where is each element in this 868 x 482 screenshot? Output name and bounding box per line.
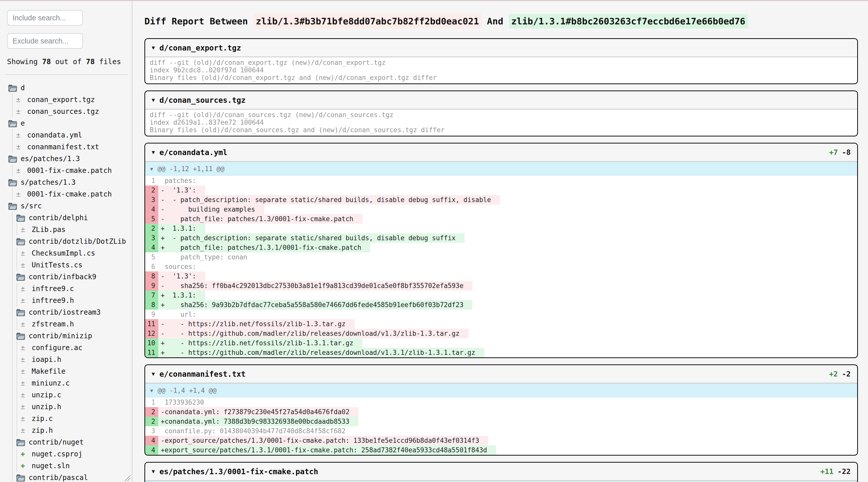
modified-sign-icon: ±: [17, 427, 29, 434]
tree-folder-row[interactable]: contrib/pascal: [12, 472, 132, 482]
line-text: + - https://github.com/madler/zlib/relea…: [158, 348, 484, 357]
tree-file-row[interactable]: +nuget.csproj: [17, 448, 132, 460]
tree-file-row[interactable]: ±conanmanifest.txt: [12, 141, 132, 153]
diff-card-header[interactable]: ▼e/conanmanifest.txt+2-2: [145, 365, 857, 384]
tree-file-row[interactable]: ±zfstream.h: [17, 318, 132, 330]
diff-card-header[interactable]: ▼d/conan_export.tgz: [145, 39, 857, 57]
tree-folder-row[interactable]: s/patches/1.3: [8, 176, 132, 188]
line-text: -export_source/patches/1.3/0001-fix-cmak…: [158, 436, 488, 445]
diff-lines: 1 17339362302-conandata.yml: f273879c230…: [145, 397, 857, 455]
line-number: 4: [145, 436, 158, 445]
tree-folder-row[interactable]: contrib/iostream3: [12, 306, 132, 318]
tree-file-row[interactable]: ±inftree9.c: [17, 283, 132, 295]
line-number: 2: [145, 185, 158, 195]
line-text: - '1.3':: [158, 271, 205, 281]
tree-folder-row[interactable]: contrib/delphi: [12, 212, 132, 224]
tree-folder-row[interactable]: contrib/infback9: [12, 271, 132, 283]
tree-file-row[interactable]: ±unzip.c: [17, 389, 132, 401]
tree-file-row[interactable]: ±conandata.yml: [12, 129, 132, 141]
tree-folder-label: contrib/nuget: [29, 439, 84, 446]
diff-card-header[interactable]: ▼es/patches/1.3/0001-fix-cmake.patch+11-…: [145, 463, 857, 481]
diff-line-row: 2+ 1.3.1:: [145, 224, 857, 233]
modified-sign-icon: ±: [17, 250, 29, 257]
diff-line-row: 4+export_source/patches/1.3.1/0001-fix-c…: [145, 445, 857, 455]
folder-icon: [8, 84, 17, 92]
hunk-header[interactable]: ▼@@ -1,8 +1,8 @@: [145, 481, 857, 482]
tree-children: ±ChecksumImpl.cs±UnitTests.cs: [17, 247, 132, 271]
removed-count: -8: [842, 148, 851, 156]
tree-file-row[interactable]: ±miniunz.c: [17, 377, 132, 389]
collapse-triangle-icon: ▼: [152, 97, 155, 103]
tree-file-row[interactable]: ±inftree9.h: [17, 295, 132, 306]
diff-line-row: 2-conandata.yml: f273879c230e45f27a54d0a…: [145, 407, 857, 417]
tree-file-row[interactable]: ±zip.c: [17, 413, 132, 424]
hunk-header[interactable]: ▼@@ -1,4 +1,4 @@: [145, 384, 857, 397]
tree-file-label: conan_sources.tgz: [27, 108, 99, 115]
line-content: - - https://github.com/madler/zlib/relea…: [158, 329, 857, 338]
tree-file-row[interactable]: ±conan_sources.tgz: [12, 106, 132, 117]
tree-folder-row[interactable]: contrib/nuget: [12, 436, 132, 448]
tree-file-label: zip.c: [32, 415, 53, 422]
tree-children: ±conandata.yml±conanmanifest.txt: [12, 129, 132, 153]
diff-card-header[interactable]: ▼d/conan_sources.tgz: [145, 91, 857, 110]
tree-file-row[interactable]: ±UnitTests.cs: [17, 259, 132, 271]
sidebar-resize-handle[interactable]: [123, 474, 131, 482]
tree-folder-row[interactable]: contrib/dotzlib/DotZLib: [12, 236, 132, 247]
tree-folder-row[interactable]: es/patches/1.3: [8, 153, 132, 164]
tree-folder-row[interactable]: e: [8, 117, 132, 129]
line-number: 3: [145, 195, 158, 205]
include-search-input[interactable]: [7, 10, 83, 26]
tree-folder-row[interactable]: contrib/minizip: [12, 330, 132, 342]
tree-file-label: UnitTests.cs: [32, 262, 82, 269]
exclude-search-input[interactable]: [7, 33, 83, 49]
tree-file-row[interactable]: ±zip.h: [17, 424, 132, 436]
diff-line-row: 5- patch_file: patches/1.3/0001-fix-cmak…: [145, 214, 857, 224]
tree-file-row[interactable]: ±unzip.h: [17, 401, 132, 413]
tree-file-row[interactable]: ±ZLib.pas: [17, 224, 132, 236]
tree-folder-row[interactable]: s/src: [8, 200, 132, 212]
tree-file-row[interactable]: ±ChecksumImpl.cs: [17, 247, 132, 259]
tree-file-label: unzip.c: [32, 392, 61, 398]
line-number: 4: [145, 205, 158, 214]
tree-file-row[interactable]: +nuget.sln: [17, 460, 132, 472]
line-content: -export_source/patches/1.3/0001-fix-cmak…: [158, 436, 857, 445]
tree-file-row[interactable]: ±Makefile: [17, 365, 132, 377]
diff-card: ▼e/conanmanifest.txt+2-2▼@@ -1,4 +1,4 @@…: [145, 364, 858, 456]
line-content: patches:: [158, 176, 857, 185]
line-text: - '1.3':: [158, 185, 205, 195]
folder-icon: [16, 474, 25, 482]
diff-line-row: 9 url:: [145, 310, 857, 319]
folder-icon: [8, 155, 17, 162]
modified-sign-icon: ±: [17, 403, 29, 411]
line-number: 2: [145, 417, 158, 426]
line-number: 9: [145, 310, 158, 319]
line-content: - - https://zlib.net/fossils/zlib-1.3.ta…: [158, 319, 857, 329]
binary-info-line: Binary files (old)/d/conan_export.tgz an…: [150, 74, 853, 82]
tree-folder-row[interactable]: d: [8, 82, 132, 94]
tree-file-row[interactable]: ±0001-fix-cmake.patch: [12, 164, 132, 176]
line-text: - - https://github.com/madler/zlib/relea…: [158, 329, 469, 338]
tree-file-row[interactable]: ±ioapi.h: [17, 354, 132, 365]
tree-file-label: 0001-fix-cmake.patch: [27, 191, 112, 198]
diff-card-header[interactable]: ▼e/conandata.yml+7-8: [145, 144, 857, 162]
diff-stats: +7-8: [829, 148, 851, 156]
line-text: +conandata.yml: 7388d3b9c983326938e00bcd…: [158, 417, 359, 426]
tree-file-label: conandata.yml: [27, 132, 82, 139]
tree-folder-label: contrib/pascal: [29, 474, 88, 481]
line-content: - '1.3':: [158, 271, 857, 281]
tree-file-label: ioapi.h: [32, 356, 61, 363]
line-number: 10: [145, 338, 158, 348]
tree-file-label: ZLib.pas: [32, 226, 66, 233]
folder-icon: [8, 202, 17, 210]
binary-info-line: index d2619a1..837ee72 100644: [150, 119, 853, 126]
diff-line-row: 4- building examples: [145, 205, 857, 214]
tree-folder-label: e: [21, 120, 25, 127]
tree-file-row[interactable]: ±conan_export.tgz: [12, 94, 132, 106]
diff-line-row: 2- '1.3':: [145, 185, 857, 195]
tree-file-row[interactable]: ±0001-fix-cmake.patch: [12, 188, 132, 200]
new-package-ref: zlib/1.3.1#b8bc2603263cf7eccbd6e17e66b0e…: [509, 14, 748, 28]
tree-file-row[interactable]: ±configure.ac: [17, 342, 132, 354]
hunk-header[interactable]: ▼@@ -1,12 +1,11 @@: [145, 162, 857, 176]
sidebar: Showing 78 out of 78 files d±conan_expor…: [0, 1, 132, 482]
tree-children: ±0001-fix-cmake.patch: [12, 164, 132, 176]
